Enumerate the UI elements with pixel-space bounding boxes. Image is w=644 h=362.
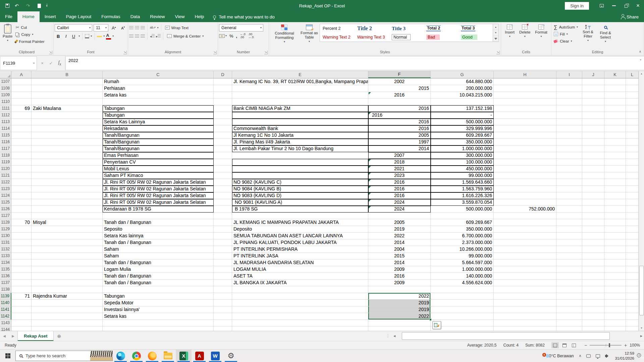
cell-B1120[interactable] (32, 166, 103, 172)
horizontal-scrollbar[interactable]: ⋮ ◀ ▶ (384, 331, 644, 341)
cell-K1131[interactable] (604, 239, 626, 246)
cell-A1110[interactable] (11, 99, 32, 105)
cell-B1119[interactable] (32, 159, 103, 166)
new-sheet-icon[interactable]: ⊕ (54, 331, 64, 341)
cell-A1133[interactable] (11, 253, 32, 259)
number-dialog-launcher[interactable]: ↘ (264, 51, 268, 54)
row-header-1133[interactable]: 1133 (0, 253, 11, 259)
cell-H1129[interactable] (494, 226, 556, 233)
cell-J1113[interactable] (582, 119, 604, 125)
cell-E1126[interactable]: B 1978 SG (232, 206, 368, 213)
cell-K1141[interactable] (604, 306, 626, 313)
cell-L1126[interactable] (626, 206, 639, 213)
cell-I1118[interactable] (556, 152, 582, 159)
cell-D1140[interactable] (214, 300, 232, 306)
style-title-2[interactable]: Title 2 (355, 24, 389, 33)
tell-me-box[interactable]: Tell me what you want to do (209, 11, 279, 22)
cell-B1115[interactable] (32, 132, 103, 139)
row-header-1127[interactable]: 1127 (0, 213, 11, 219)
cell-J1136[interactable] (582, 273, 604, 280)
cell-A1130[interactable] (11, 233, 32, 239)
decrease-decimal-icon[interactable]: .00→.0 (248, 33, 254, 39)
cell-L1122[interactable] (626, 179, 639, 186)
cell-A1142[interactable] (11, 313, 32, 320)
cell-H1126[interactable]: 752.000.000 (494, 206, 556, 213)
style-total-2[interactable]: Total 2 (424, 24, 458, 33)
cell-C1132[interactable]: Saham (103, 246, 214, 253)
customize-quick-access-icon[interactable]: ▾ (46, 4, 48, 7)
cell-H1127[interactable] (494, 213, 556, 219)
cell-K1126[interactable] (604, 206, 626, 213)
tab-splitter-handle[interactable]: ⋮ (384, 334, 392, 338)
cell-E1107[interactable]: Jl. Kemang IC No. 39, RT 012/RW 001,Bang… (232, 78, 368, 85)
borders-icon[interactable] (85, 34, 89, 38)
bold-button[interactable]: B (55, 34, 62, 39)
increase-indent-icon[interactable]: ▸ (156, 34, 161, 39)
cell-D1115[interactable] (214, 132, 232, 139)
scroll-down-icon[interactable]: ▼ (640, 325, 643, 331)
row-header-1117[interactable]: 1117 (0, 145, 11, 152)
cell-D1134[interactable] (214, 259, 232, 266)
cell-E1143[interactable] (232, 320, 368, 326)
cell-H1120[interactable] (494, 166, 556, 172)
zoom-out-icon[interactable]: − (584, 343, 587, 348)
cell-J1130[interactable] (582, 233, 604, 239)
cell-C1109[interactable]: Setara kas (103, 92, 214, 99)
cell-E1119[interactable] (232, 159, 368, 166)
row-header-1143[interactable]: 1143 (0, 320, 11, 326)
paste-button[interactable]: Paste▾ (1, 23, 14, 43)
cell-G1129[interactable]: 350.000.000 (431, 226, 494, 233)
cell-I1121[interactable] (556, 172, 582, 179)
cell-H1136[interactable] (494, 273, 556, 280)
cell-L1124[interactable] (626, 192, 639, 199)
cell-H1139[interactable] (494, 293, 556, 300)
cell-I1119[interactable] (556, 159, 582, 166)
cell-D1112[interactable] (214, 112, 232, 119)
increase-decimal-icon[interactable]: ←.0.00 (240, 33, 246, 39)
cell-H1116[interactable] (494, 139, 556, 145)
row-header-1123[interactable]: 1123 (0, 186, 11, 192)
cell-K1124[interactable] (604, 192, 626, 199)
cell-B1123[interactable] (32, 186, 103, 192)
cell-B1110[interactable] (32, 99, 103, 105)
zoom-slider[interactable] (590, 345, 622, 346)
cell-C1122[interactable]: Jl. Rini RT 005/ RW 02 Ragunan Jakarta S… (103, 179, 214, 186)
column-header-K[interactable]: K (604, 71, 626, 78)
cell-A1111[interactable]: 69 (11, 105, 32, 112)
cell-G1113[interactable]: 500.000.000 (431, 119, 494, 125)
cell-A1144[interactable] (11, 326, 32, 331)
cell-G1127[interactable] (431, 213, 494, 219)
decrease-font-icon[interactable]: A▾ (119, 25, 127, 31)
search-input[interactable] (25, 353, 79, 358)
cell-J1133[interactable] (582, 253, 604, 259)
cell-G1138[interactable] (431, 286, 494, 293)
cell-I1114[interactable] (556, 125, 582, 132)
cell-B1135[interactable] (32, 266, 103, 273)
cell-K1138[interactable] (604, 286, 626, 293)
cell-B1143[interactable] (32, 320, 103, 326)
cell-K1110[interactable] (604, 99, 626, 105)
cell-D1132[interactable] (214, 246, 232, 253)
cell-H1111[interactable] (494, 105, 556, 112)
undo-button[interactable]: ↶▾ (15, 3, 21, 8)
page-break-view-button[interactable] (570, 342, 578, 348)
cell-A1117[interactable] (11, 145, 32, 152)
cell-K1136[interactable] (604, 273, 626, 280)
cell-K1125[interactable] (604, 199, 626, 206)
cell-J1121[interactable] (582, 172, 604, 179)
row-header-1110[interactable]: 1110 (0, 99, 11, 105)
cell-D1139[interactable] (214, 293, 232, 300)
cell-A1138[interactable] (11, 286, 32, 293)
cell-G1137[interactable]: 4.556.624.000 (431, 280, 494, 286)
cell-A1113[interactable] (11, 119, 32, 125)
cell-F1117[interactable]: 2014 (368, 145, 431, 152)
cell-G1131[interactable]: 2.373.000.000 (431, 239, 494, 246)
increase-font-icon[interactable]: A▴ (110, 25, 118, 31)
cell-K1120[interactable] (604, 166, 626, 172)
format-painter-button[interactable]: Format Painter (14, 38, 46, 45)
cell-L1108[interactable] (626, 85, 639, 92)
cell-J1110[interactable] (582, 99, 604, 105)
cell-I1110[interactable] (556, 99, 582, 105)
style-normal[interactable]: Normal (389, 33, 424, 42)
cell-L1141[interactable] (626, 306, 639, 313)
